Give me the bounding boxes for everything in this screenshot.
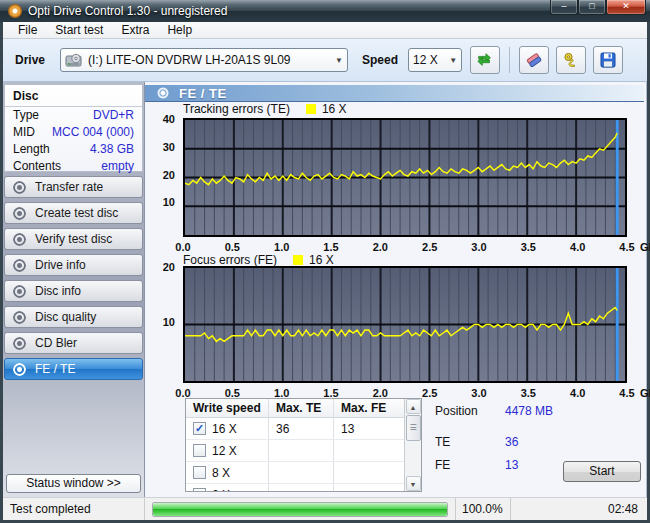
fe-legend-swatch (293, 255, 303, 265)
table-header: Write speedMax. TEMax. FE (186, 399, 421, 418)
speed-checkbox[interactable]: ✓ (193, 422, 206, 435)
x-tick-label: 3.5 (521, 241, 536, 253)
maximize-button[interactable]: □ (578, 0, 606, 15)
start-button[interactable]: Start (563, 461, 641, 482)
x-tick-label: 3.0 (471, 387, 486, 399)
save-button[interactable] (593, 46, 623, 74)
status-window-button[interactable]: Status window >> (6, 474, 141, 493)
menu-item-file[interactable]: File (9, 22, 46, 39)
speed-select[interactable]: 12 X ▼ (408, 48, 462, 72)
drive-label: Drive (15, 53, 45, 67)
client-area: FileStart testExtraHelp Drive (I:) LITE-… (3, 22, 647, 520)
refresh-button[interactable] (470, 46, 500, 74)
write-speed-table: Write speedMax. TEMax. FE ✓16 X361312 X8… (185, 398, 422, 492)
x-tick-label: 4.5 (619, 387, 634, 399)
x-tick-label: 4.0 (570, 387, 585, 399)
disc-row-value: empty (101, 159, 134, 174)
speed-checkbox[interactable] (193, 444, 206, 457)
drive-icon (65, 53, 83, 68)
close-button[interactable]: ✕ (606, 0, 646, 15)
table-row[interactable]: 12 X (186, 440, 421, 462)
x-tick-label: 2.5 (422, 241, 437, 253)
status-text: Test completed (3, 498, 145, 520)
disc-tool-button[interactable] (556, 46, 586, 74)
table-row[interactable]: ✓16 X3613 (186, 418, 421, 440)
title-bar: Opti Drive Control 1.30 - unregistered –… (0, 0, 650, 22)
table-row[interactable]: 6 X (186, 484, 421, 492)
sidebar-item-transfer-rate[interactable]: Transfer rate (4, 176, 143, 198)
erase-disc-button[interactable] (519, 46, 549, 74)
window-title: Opti Drive Control 1.30 - unregistered (28, 4, 227, 18)
sidebar-item-disc-info[interactable]: Disc info (4, 280, 143, 302)
sidebar-item-verify-test-disc[interactable]: Verify test disc (4, 228, 143, 250)
sidebar-item-label: FE / TE (35, 362, 75, 376)
sidebar: Disc TypeDVD+RMIDMCC 004 (000)Length4.38… (3, 82, 145, 497)
menu-item-start-test[interactable]: Start test (46, 22, 112, 39)
disc-row-label: MID (13, 125, 35, 140)
disc-icon (13, 363, 26, 376)
speed-cell: ✓16 X (186, 418, 269, 439)
fe-chart-title: Focus errors (FE) (183, 253, 277, 267)
sidebar-item-drive-info[interactable]: Drive info (4, 254, 143, 276)
speed-value: 12 X (413, 53, 438, 67)
scroll-up-icon[interactable]: ▲ (406, 399, 421, 414)
chart-canvas (185, 268, 625, 381)
menu-item-extra[interactable]: Extra (112, 22, 158, 39)
sidebar-item-create-test-disc[interactable]: Create test disc (4, 202, 143, 224)
fe-label: FE (435, 458, 450, 472)
drive-select[interactable]: (I:) LITE-ON DVDRW LH-20A1S 9L09 ▼ (60, 48, 348, 72)
te-label: TE (435, 435, 450, 449)
disc-icon (13, 337, 26, 350)
sidebar-nav: Transfer rateCreate test discVerify test… (4, 176, 143, 384)
sidebar-item-disc-quality[interactable]: Disc quality (4, 306, 143, 328)
x-tick-label: 3.5 (521, 387, 536, 399)
max-fe-cell: 13 (334, 418, 401, 439)
disc-icon (13, 233, 26, 246)
max-te-cell: 36 (269, 418, 334, 439)
fe-y-axis: 1020 (145, 266, 179, 383)
scroll-down-icon[interactable]: ▼ (406, 476, 421, 491)
x-tick-label: 2.0 (373, 241, 388, 253)
x-axis-unit: GB (640, 241, 650, 253)
status-bar: Test completed 100.0% 02:48 (3, 497, 647, 520)
scrollbar-thumb[interactable]: ☰ (406, 415, 421, 441)
chevron-down-icon: ▼ (329, 56, 343, 65)
disc-row-length: Length4.38 GB (5, 141, 142, 158)
sidebar-item-fe-te[interactable]: FE / TE (4, 358, 143, 380)
x-tick-label: 4.0 (570, 241, 585, 253)
chevron-down-icon: ▼ (443, 56, 457, 65)
speed-checkbox[interactable] (193, 466, 206, 479)
speed-label: 6 X (212, 488, 230, 493)
chart-canvas (185, 120, 625, 235)
menu-item-help[interactable]: Help (158, 22, 201, 39)
minimize-button[interactable]: – (550, 0, 578, 15)
disc-row-type: TypeDVD+R (5, 107, 142, 124)
disc-icon (13, 259, 26, 272)
speed-cell: 12 X (186, 440, 269, 461)
max-te-cell (269, 484, 334, 492)
panel-title: FE / TE (179, 86, 227, 101)
max-te-cell (269, 440, 334, 461)
y-tick-label: 20 (163, 169, 175, 181)
x-tick-label: 2.5 (422, 387, 437, 399)
speed-label: 12 X (212, 444, 237, 458)
te-y-axis: 10203040 (145, 118, 179, 237)
x-tick-label: 0.5 (225, 241, 240, 253)
app-icon (8, 4, 22, 18)
speed-checkbox[interactable] (193, 488, 206, 492)
sidebar-item-label: Create test disc (35, 206, 118, 220)
disc-row-contents: Contentsempty (5, 158, 142, 175)
te-legend-label: 16 X (322, 102, 347, 116)
window-controls: – □ ✕ (550, 0, 646, 15)
elapsed-time: 02:48 (511, 498, 647, 520)
disc-panel-title: Disc (5, 85, 142, 107)
te-chart-plot (183, 118, 627, 237)
progress-cell (145, 498, 456, 520)
te-chart-title: Tracking errors (TE) (183, 102, 290, 116)
sidebar-item-cd-bler[interactable]: CD Bler (4, 332, 143, 354)
y-tick-label: 10 (163, 196, 175, 208)
table-scrollbar[interactable]: ▲ ☰ ▼ (404, 399, 421, 491)
table-row[interactable]: 8 X (186, 462, 421, 484)
disc-row-value: MCC 004 (000) (52, 125, 134, 140)
drive-value: (I:) LITE-ON DVDRW LH-20A1S 9L09 (88, 53, 291, 67)
